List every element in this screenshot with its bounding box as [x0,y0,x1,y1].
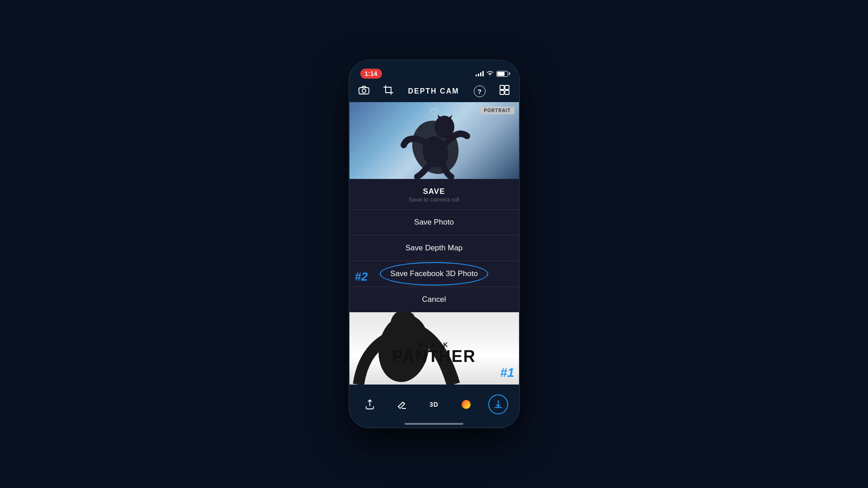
save-photo-button[interactable]: Save Photo [349,210,519,235]
bottom-toolbar: 3D [349,390,519,427]
signal-icon [476,71,484,76]
bottom-poster: BLACK PANTHER #1 [349,312,519,385]
save-depth-map-button[interactable]: Save Depth Map [349,235,519,261]
share-button[interactable] [360,394,380,414]
crop-icon[interactable] [383,85,393,98]
help-icon[interactable]: ? [474,85,486,97]
svg-rect-4 [500,90,504,94]
status-icons [476,70,508,77]
svg-rect-2 [500,85,504,89]
3d-button[interactable]: 3D [424,394,444,414]
step-2-label: #2 [355,270,368,284]
status-bar: 1:14 [349,61,519,80]
save-facebook-3d-button[interactable]: Save Facebook 3D Photo #2 [349,261,519,286]
bp-panther-text: PANTHER [392,348,476,365]
download-button[interactable] [488,394,508,414]
photo-figure [349,102,519,179]
save-title: SAVE [349,187,519,196]
save-menu: SAVE Save to camera roll Save Photo Save… [349,179,519,312]
camera-icon[interactable] [359,85,369,97]
gallery-icon[interactable] [500,85,509,98]
svg-rect-3 [505,85,509,89]
svg-point-1 [362,89,366,93]
app-title: DEPTH CAM [408,87,459,95]
svg-rect-5 [505,90,509,94]
home-indicator [405,423,463,425]
save-header: SAVE Save to camera roll [349,179,519,209]
wifi-icon [486,70,494,77]
status-time: 1:14 [360,69,382,79]
save-subtitle: Save to camera roll [349,196,519,207]
phone-screen: 1:14 [349,61,519,427]
color-button[interactable] [456,394,476,414]
step-1-label: #1 [500,366,514,380]
photo-preview: ♡ PORTRAIT [349,102,519,179]
battery-icon [496,71,508,77]
edit-button[interactable] [392,394,412,414]
top-nav: DEPTH CAM ? [349,80,519,102]
cancel-button[interactable]: Cancel [349,287,519,312]
